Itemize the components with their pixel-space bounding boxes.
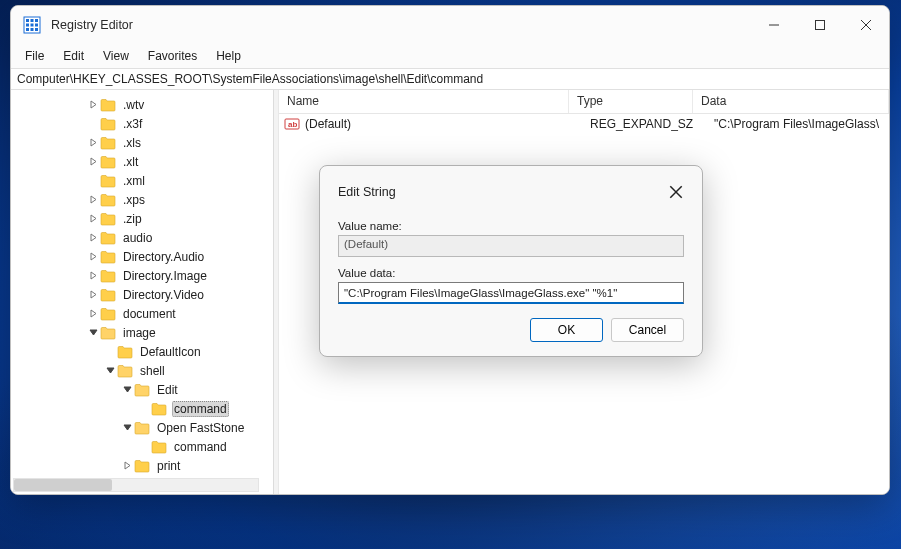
chevron-right-icon[interactable] xyxy=(86,233,100,242)
folder-icon xyxy=(100,231,116,245)
regedit-icon xyxy=(23,16,41,34)
column-header-type[interactable]: Type xyxy=(569,90,693,113)
folder-icon xyxy=(100,326,116,340)
menu-edit[interactable]: Edit xyxy=(63,49,84,63)
tree-item-label: .xls xyxy=(121,136,143,150)
tree-item-label: .x3f xyxy=(121,117,144,131)
svg-rect-1 xyxy=(26,19,29,22)
address-path: Computer\HKEY_CLASSES_ROOT\SystemFileAss… xyxy=(17,72,483,86)
tree-item-defaulticon[interactable]: DefaultIcon xyxy=(13,342,271,361)
list-row[interactable]: ab (Default) REG_EXPAND_SZ "C:\Program F… xyxy=(279,114,889,134)
tree-item-command[interactable]: command xyxy=(13,437,271,456)
tree-item-label: Directory.Video xyxy=(121,288,206,302)
menu-favorites[interactable]: Favorites xyxy=(148,49,197,63)
column-header-data[interactable]: Data xyxy=(693,90,889,113)
tree-item-print[interactable]: print xyxy=(13,456,271,475)
dialog-title: Edit String xyxy=(338,185,396,199)
tree-item-document[interactable]: document xyxy=(13,304,271,323)
dialog-close-button[interactable] xyxy=(668,184,684,200)
tree-item-open-faststone[interactable]: Open FastStone xyxy=(13,418,271,437)
tree-item--x3f[interactable]: .x3f xyxy=(13,114,271,133)
close-button[interactable] xyxy=(843,6,889,44)
folder-icon xyxy=(134,383,150,397)
address-bar[interactable]: Computer\HKEY_CLASSES_ROOT\SystemFileAss… xyxy=(11,68,889,90)
tree-item-label: Directory.Image xyxy=(121,269,209,283)
value-name-label: Value name: xyxy=(338,220,684,232)
cancel-button[interactable]: Cancel xyxy=(611,318,684,342)
chevron-right-icon[interactable] xyxy=(86,100,100,109)
svg-rect-11 xyxy=(816,21,825,30)
tree-item-label: .wtv xyxy=(121,98,146,112)
svg-rect-4 xyxy=(26,24,29,27)
folder-icon xyxy=(100,98,116,112)
minimize-button[interactable] xyxy=(751,6,797,44)
folder-icon xyxy=(151,402,167,416)
chevron-right-icon[interactable] xyxy=(86,195,100,204)
folder-icon xyxy=(100,307,116,321)
value-name-field[interactable]: (Default) xyxy=(338,235,684,257)
tree-horizontal-scrollbar[interactable] xyxy=(13,478,259,492)
chevron-down-icon[interactable] xyxy=(103,366,117,375)
folder-icon xyxy=(117,345,133,359)
tree-item-directory-image[interactable]: Directory.Image xyxy=(13,266,271,285)
chevron-right-icon[interactable] xyxy=(86,290,100,299)
chevron-right-icon[interactable] xyxy=(86,252,100,261)
menu-file[interactable]: File xyxy=(25,49,44,63)
tree-item--xlt[interactable]: .xlt xyxy=(13,152,271,171)
menu-view[interactable]: View xyxy=(103,49,129,63)
tree-item--zip[interactable]: .zip xyxy=(13,209,271,228)
folder-icon xyxy=(100,193,116,207)
tree-item-directory-audio[interactable]: Directory.Audio xyxy=(13,247,271,266)
list-cell-data: "C:\Program Files\ImageGlass\ xyxy=(714,117,889,131)
chevron-right-icon[interactable] xyxy=(86,309,100,318)
column-header-name[interactable]: Name xyxy=(279,90,569,113)
tree-item-label: Open FastStone xyxy=(155,421,246,435)
tree-item-edit[interactable]: Edit xyxy=(13,380,271,399)
tree-pane[interactable]: .wtv.x3f.xls.xlt.xml.xps.zipaudioDirecto… xyxy=(11,90,274,494)
tree-item-command[interactable]: command xyxy=(13,399,271,418)
tree-item--xps[interactable]: .xps xyxy=(13,190,271,209)
menu-help[interactable]: Help xyxy=(216,49,241,63)
tree-item-label: command xyxy=(172,401,229,417)
window-title: Registry Editor xyxy=(51,18,133,32)
svg-rect-5 xyxy=(31,24,34,27)
folder-icon xyxy=(151,440,167,454)
tree-item-shell[interactable]: shell xyxy=(13,361,271,380)
svg-rect-8 xyxy=(31,28,34,31)
chevron-down-icon[interactable] xyxy=(86,328,100,337)
edit-string-dialog: Edit String Value name: (Default) Value … xyxy=(319,165,703,357)
tree-item-directory-video[interactable]: Directory.Video xyxy=(13,285,271,304)
chevron-right-icon[interactable] xyxy=(86,271,100,280)
reg-string-icon: ab xyxy=(284,116,300,132)
folder-icon xyxy=(100,136,116,150)
chevron-right-icon[interactable] xyxy=(86,214,100,223)
tree-item-label: command xyxy=(172,440,229,454)
tree-item-audio[interactable]: audio xyxy=(13,228,271,247)
chevron-down-icon[interactable] xyxy=(120,423,134,432)
tree-item-label: .zip xyxy=(121,212,144,226)
folder-icon xyxy=(100,174,116,188)
tree-item--xls[interactable]: .xls xyxy=(13,133,271,152)
ok-button[interactable]: OK xyxy=(530,318,603,342)
folder-icon xyxy=(134,459,150,473)
chevron-right-icon[interactable] xyxy=(120,461,134,470)
folder-icon xyxy=(100,155,116,169)
chevron-right-icon[interactable] xyxy=(86,157,100,166)
tree-item--xml[interactable]: .xml xyxy=(13,171,271,190)
tree-item--wtv[interactable]: .wtv xyxy=(13,95,271,114)
tree-item-label: shell xyxy=(138,364,167,378)
tree-item-label: Directory.Audio xyxy=(121,250,206,264)
tree-item-image[interactable]: image xyxy=(13,323,271,342)
svg-text:ab: ab xyxy=(288,120,297,129)
chevron-right-icon[interactable] xyxy=(86,138,100,147)
value-data-label: Value data: xyxy=(338,267,684,279)
tree-item-label: image xyxy=(121,326,158,340)
chevron-down-icon[interactable] xyxy=(120,385,134,394)
titlebar[interactable]: Registry Editor xyxy=(11,6,889,44)
list-cell-name: (Default) xyxy=(305,117,590,131)
value-data-input[interactable] xyxy=(338,282,684,304)
svg-rect-6 xyxy=(35,24,38,27)
maximize-button[interactable] xyxy=(797,6,843,44)
folder-icon xyxy=(117,364,133,378)
tree-item-label: .xml xyxy=(121,174,147,188)
